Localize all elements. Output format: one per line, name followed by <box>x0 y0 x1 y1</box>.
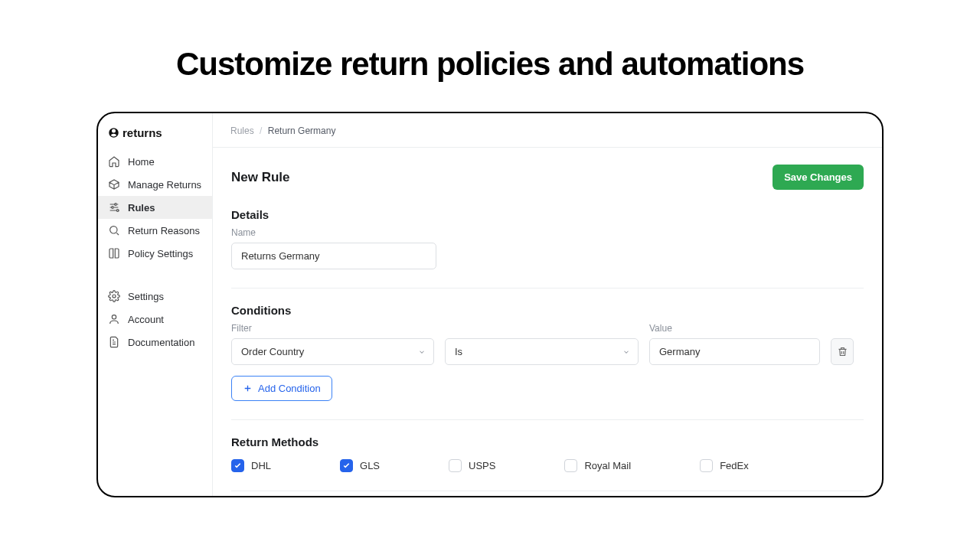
content-scroll: Details Name Conditions Filter Order Cou… <box>213 190 882 496</box>
method-dhl[interactable]: DHL <box>231 459 271 472</box>
trash-icon <box>837 346 848 357</box>
sidebar-item-label: Manage Returns <box>128 179 201 191</box>
section-details: Details Name <box>231 208 864 269</box>
section-title-details: Details <box>231 208 864 221</box>
checkbox-checked-icon <box>340 459 353 472</box>
user-icon <box>108 313 120 325</box>
header: New Rule Save Changes <box>213 148 882 190</box>
sidebar-item-label: Settings <box>128 291 164 302</box>
method-label: FedEx <box>720 460 749 471</box>
method-label: GLS <box>360 460 380 471</box>
sidebar-item-settings[interactable]: Settings <box>98 285 212 308</box>
condition-row: Filter Order Country . Is <box>231 323 864 365</box>
value-input[interactable] <box>649 338 820 365</box>
chevron-down-icon <box>622 348 630 356</box>
sidebar-item-label: Home <box>128 156 155 168</box>
app-window: returns Home Manage Returns Rules Return… <box>96 112 884 497</box>
operator-select-value: Is <box>455 346 462 357</box>
svg-point-1 <box>112 207 114 209</box>
section-conditions: Conditions Filter Order Country . <box>231 304 864 401</box>
filter-select[interactable]: Order Country <box>231 338 434 365</box>
sidebar-item-policy-settings[interactable]: Policy Settings <box>98 242 212 265</box>
add-condition-label: Add Condition <box>258 383 321 394</box>
gear-icon <box>108 290 120 302</box>
logo-text: returns <box>122 126 162 139</box>
method-royal-mail[interactable]: Royal Mail <box>564 459 631 472</box>
method-label: DHL <box>251 460 271 471</box>
divider <box>231 288 864 289</box>
page-title: New Rule <box>231 170 290 185</box>
checkbox-icon <box>700 459 713 472</box>
section-title-methods: Return Methods <box>231 435 864 448</box>
sidebar-item-home[interactable]: Home <box>98 150 212 173</box>
chevron-down-icon <box>418 348 426 356</box>
sidebar-item-label: Policy Settings <box>128 248 193 259</box>
sidebar-item-account[interactable]: Account <box>98 308 212 331</box>
field-label-value: Value <box>649 323 820 334</box>
sidebar-item-label: Return Reasons <box>128 225 200 236</box>
nav-secondary: Settings Account Documentation <box>98 285 212 354</box>
doc-icon <box>108 336 120 348</box>
nav-primary: Home Manage Returns Rules Return Reasons… <box>98 150 212 265</box>
field-label-name: Name <box>231 227 864 238</box>
operator-select[interactable]: Is <box>445 338 639 365</box>
svg-point-4 <box>113 295 116 298</box>
checkbox-icon <box>449 459 462 472</box>
search-icon <box>108 224 120 236</box>
sidebar-item-documentation[interactable]: Documentation <box>98 331 212 354</box>
svg-point-3 <box>110 227 117 233</box>
page-heading: Customize return policies and automation… <box>0 46 980 83</box>
sidebar-item-label: Documentation <box>128 337 194 348</box>
sidebar-item-label: Rules <box>128 202 155 214</box>
delete-condition-button[interactable] <box>831 338 854 365</box>
method-label: USPS <box>469 460 495 471</box>
book-icon <box>108 247 120 259</box>
home-icon <box>108 155 120 168</box>
section-return-methods: Return Methods DHL GLS <box>231 435 864 472</box>
checkbox-icon <box>564 459 577 472</box>
breadcrumb-current: Return Germany <box>268 126 336 136</box>
add-condition-button[interactable]: Add Condition <box>231 376 332 401</box>
logo: returns <box>98 122 212 150</box>
section-title-conditions: Conditions <box>231 304 864 317</box>
box-icon <box>108 178 120 191</box>
breadcrumb: Rules / Return Germany <box>213 113 882 148</box>
main-panel: Rules / Return Germany New Rule Save Cha… <box>213 113 882 496</box>
sidebar: returns Home Manage Returns Rules Return… <box>98 113 213 496</box>
field-label-filter: Filter <box>231 323 434 334</box>
divider <box>231 491 864 491</box>
filter-select-value: Order Country <box>241 346 304 357</box>
method-label: Royal Mail <box>584 460 631 471</box>
checkbox-checked-icon <box>231 459 244 472</box>
svg-point-0 <box>115 204 117 206</box>
sidebar-item-manage-returns[interactable]: Manage Returns <box>98 173 212 196</box>
breadcrumb-sep: / <box>260 126 262 136</box>
sidebar-item-label: Account <box>128 314 164 325</box>
sidebar-item-rules[interactable]: Rules <box>98 196 212 219</box>
save-button[interactable]: Save Changes <box>773 165 864 190</box>
name-input[interactable] <box>231 243 436 269</box>
methods-row: DHL GLS USPS Royal Mail <box>231 459 864 472</box>
logo-icon <box>108 127 119 139</box>
plus-icon <box>243 383 253 393</box>
method-gls[interactable]: GLS <box>340 459 380 472</box>
sidebar-item-return-reasons[interactable]: Return Reasons <box>98 219 212 242</box>
sliders-icon <box>108 201 120 214</box>
divider <box>231 419 864 420</box>
svg-point-5 <box>112 315 116 319</box>
method-fedex[interactable]: FedEx <box>700 459 749 472</box>
breadcrumb-root[interactable]: Rules <box>230 126 254 136</box>
svg-point-2 <box>116 210 119 212</box>
method-usps[interactable]: USPS <box>449 459 495 472</box>
